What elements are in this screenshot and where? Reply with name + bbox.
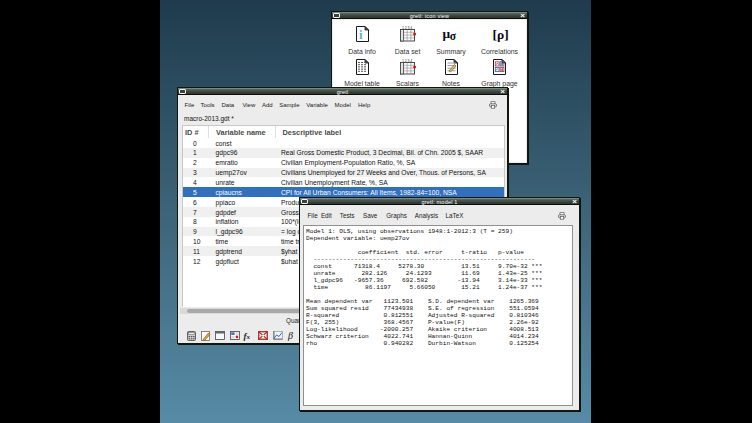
svg-text:σ: σ (450, 30, 457, 42)
svg-text:i: i (359, 27, 363, 42)
svg-text:[ρ]: [ρ] (493, 27, 509, 42)
